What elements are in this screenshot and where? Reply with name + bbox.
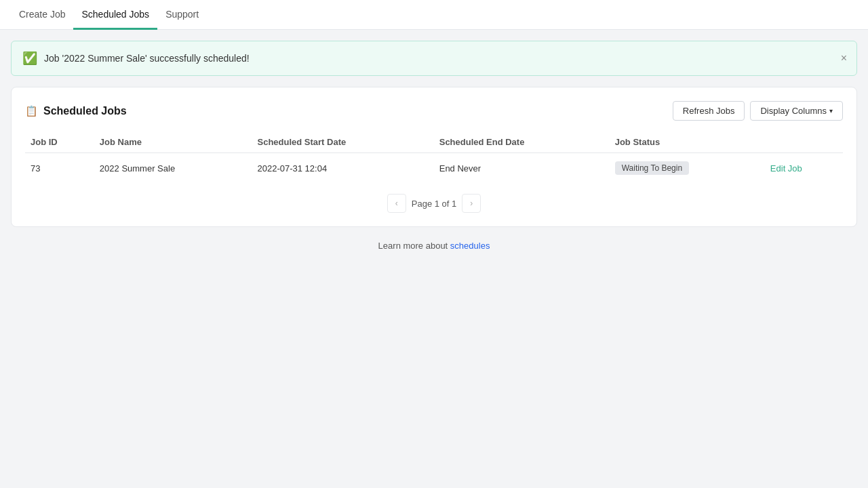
- check-circle-icon: ✅: [22, 51, 37, 66]
- alert-close-button[interactable]: ×: [841, 53, 847, 64]
- footer-text: Learn more about: [378, 241, 450, 251]
- cell-end-date: End Never: [434, 153, 610, 184]
- col-header-actions: [765, 131, 843, 153]
- edit-job-link[interactable]: Edit Job: [770, 163, 802, 174]
- table-header-row: Job ID Job Name Scheduled Start Date Sch…: [25, 131, 843, 153]
- page-info: Page 1 of 1: [412, 199, 457, 209]
- tab-create-job[interactable]: Create Job: [11, 0, 73, 30]
- success-alert: ✅ Job '2022 Summer Sale' successfully sc…: [11, 41, 857, 76]
- card-title-text: Scheduled Jobs: [43, 105, 127, 117]
- col-header-end-date: Scheduled End Date: [434, 131, 610, 153]
- calendar-icon: 📋: [25, 105, 38, 117]
- cell-action: Edit Job: [765, 153, 843, 184]
- chevron-down-icon: ▾: [829, 107, 833, 115]
- cell-start-date: 2022-07-31 12:04: [252, 153, 433, 184]
- cell-job-name: 2022 Summer Sale: [94, 153, 252, 184]
- cell-job-id: 73: [25, 153, 94, 184]
- refresh-jobs-button[interactable]: Refresh Jobs: [673, 101, 745, 121]
- alert-message: Job '2022 Summer Sale' successfully sche…: [44, 53, 250, 64]
- jobs-table: Job ID Job Name Scheduled Start Date Sch…: [25, 131, 843, 183]
- card-title: 📋 Scheduled Jobs: [25, 105, 127, 117]
- table-body: 73 2022 Summer Sale 2022-07-31 12:04 End…: [25, 153, 843, 184]
- schedules-link[interactable]: schedules: [450, 241, 490, 251]
- col-header-job-id: Job ID: [25, 131, 94, 153]
- footer-note: Learn more about schedules: [11, 241, 857, 251]
- col-header-start-date: Scheduled Start Date: [252, 131, 433, 153]
- tab-scheduled-jobs[interactable]: Scheduled Jobs: [73, 0, 157, 30]
- display-columns-label: Display Columns: [760, 106, 827, 116]
- col-header-status: Job Status: [610, 131, 765, 153]
- nav-bar: Create Job Scheduled Jobs Support: [0, 0, 868, 30]
- table-row: 73 2022 Summer Sale 2022-07-31 12:04 End…: [25, 153, 843, 184]
- table-header: Job ID Job Name Scheduled Start Date Sch…: [25, 131, 843, 153]
- main-content: ✅ Job '2022 Summer Sale' successfully sc…: [0, 30, 868, 262]
- prev-page-button[interactable]: ‹: [387, 194, 406, 213]
- next-page-button[interactable]: ›: [462, 194, 481, 213]
- card-actions: Refresh Jobs Display Columns ▾: [673, 101, 843, 121]
- scheduled-jobs-card: 📋 Scheduled Jobs Refresh Jobs Display Co…: [11, 87, 857, 227]
- pagination: ‹ Page 1 of 1 ›: [25, 194, 843, 213]
- display-columns-button[interactable]: Display Columns ▾: [750, 101, 843, 121]
- tab-support[interactable]: Support: [157, 0, 207, 30]
- card-header: 📋 Scheduled Jobs Refresh Jobs Display Co…: [25, 101, 843, 121]
- cell-status: Waiting To Begin: [610, 153, 765, 184]
- col-header-job-name: Job Name: [94, 131, 252, 153]
- status-badge: Waiting To Begin: [615, 161, 689, 175]
